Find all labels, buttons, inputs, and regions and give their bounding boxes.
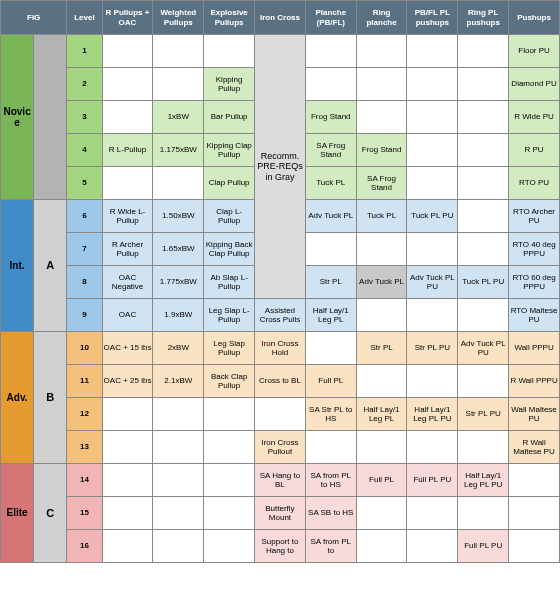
skill-cell: Adv Tuck PL	[356, 266, 407, 299]
skill-cell: Leg Slap Pullup	[204, 332, 255, 365]
skill-cell: Str PL PU	[458, 398, 509, 431]
skill-cell: Adv Tuck PL PU	[458, 332, 509, 365]
skill-cell	[153, 464, 204, 497]
header-fig: FIG	[1, 1, 67, 35]
skill-cell: OAC Negative	[102, 266, 153, 299]
skill-cell: Assisted Cross Pulls	[255, 299, 306, 332]
skill-cell: 2xBW	[153, 332, 204, 365]
skill-cell	[305, 68, 356, 101]
skill-cell	[509, 464, 560, 497]
skill-cell: Leg Slap L-Pullup	[204, 299, 255, 332]
skill-cell: Back Clap Pullup	[204, 365, 255, 398]
skill-cell: R Wide PU	[509, 101, 560, 134]
fig-label: B	[34, 332, 67, 464]
skill-cell: RTO 60 deg PPPU	[509, 266, 560, 299]
skill-cell	[204, 431, 255, 464]
level-cell: 10	[67, 332, 102, 365]
header-skill: Iron Cross	[255, 1, 306, 35]
header-skill: PB/FL PL pushups	[407, 1, 458, 35]
skill-cell: Cross to BL	[255, 365, 306, 398]
level-cell: 8	[67, 266, 102, 299]
header-skill: Ring planche	[356, 1, 407, 35]
iron-cross-prereq-note: Recomm. PRE-REQs in Gray	[255, 35, 306, 299]
skill-cell: Ab Slap L-Pullup	[204, 266, 255, 299]
skill-cell: Butterfly Mount	[255, 497, 306, 530]
skill-cell	[356, 68, 407, 101]
level-cell: 9	[67, 299, 102, 332]
level-cell: 1	[67, 35, 102, 68]
skill-cell	[102, 530, 153, 563]
fig-label: C	[34, 464, 67, 563]
skill-cell	[407, 431, 458, 464]
skill-cell: Kipping Pullup	[204, 68, 255, 101]
skill-cell	[305, 233, 356, 266]
skill-cell: SA Str PL to HS	[305, 398, 356, 431]
level-cell: 4	[67, 134, 102, 167]
level-cell: 15	[67, 497, 102, 530]
skill-cell: Full PL	[305, 365, 356, 398]
table-row: 11OAC + 25 lbs2.1xBWBack Clap PullupCros…	[1, 365, 560, 398]
skill-cell: Tuck PL PU	[407, 200, 458, 233]
skill-cell	[305, 35, 356, 68]
skill-cell	[204, 497, 255, 530]
skill-cell	[407, 68, 458, 101]
skill-cell	[356, 497, 407, 530]
level-cell: 11	[67, 365, 102, 398]
table-row: 12SA Str PL to HSHalf Lay/1 Leg PLHalf L…	[1, 398, 560, 431]
skill-cell: OAC + 15 lbs	[102, 332, 153, 365]
level-cell: 5	[67, 167, 102, 200]
skill-cell	[458, 200, 509, 233]
skill-cell: SA SB to HS	[305, 497, 356, 530]
level-cell: 16	[67, 530, 102, 563]
skill-cell	[458, 35, 509, 68]
skill-cell	[458, 68, 509, 101]
level-cell: 6	[67, 200, 102, 233]
skill-cell: Adv Tuck PL PU	[407, 266, 458, 299]
skill-cell: 1.175xBW	[153, 134, 204, 167]
skill-cell	[153, 398, 204, 431]
skill-cell: 2.1xBW	[153, 365, 204, 398]
skill-cell	[356, 431, 407, 464]
skill-cell	[458, 431, 509, 464]
skill-cell	[509, 530, 560, 563]
level-cell: 14	[67, 464, 102, 497]
tier-label: Adv.	[1, 332, 34, 464]
skill-cell: Frog Stand	[356, 134, 407, 167]
skill-cell	[102, 101, 153, 134]
skill-cell: Half Lay/1 Leg PL PU	[458, 464, 509, 497]
skill-cell: Kipping Clap Pullup	[204, 134, 255, 167]
skill-cell	[102, 497, 153, 530]
skill-cell	[102, 35, 153, 68]
header-skill: R Pullups + OAC	[102, 1, 153, 35]
skill-cell	[102, 398, 153, 431]
skill-cell: SA Frog Stand	[356, 167, 407, 200]
skill-cell: Frog Stand	[305, 101, 356, 134]
level-cell: 3	[67, 101, 102, 134]
skill-cell: RTO Archer PU	[509, 200, 560, 233]
skill-cell	[407, 365, 458, 398]
skill-cell: 1xBW	[153, 101, 204, 134]
skill-cell: Full PL	[356, 464, 407, 497]
skill-cell	[407, 497, 458, 530]
skill-cell	[102, 68, 153, 101]
skill-cell: Support to Hang to	[255, 530, 306, 563]
skill-cell: Full PL PU	[458, 530, 509, 563]
skill-cell: Str PL PU	[407, 332, 458, 365]
skill-cell: R Wall PPPU	[509, 365, 560, 398]
skill-cell: OAC + 25 lbs	[102, 365, 153, 398]
skill-cell: RTO Maltese PU	[509, 299, 560, 332]
skill-cell	[407, 233, 458, 266]
skill-cell: RTO 40 deg PPPU	[509, 233, 560, 266]
table-row: 16Support to Hang toSA from PL toFull PL…	[1, 530, 560, 563]
skill-cell	[458, 101, 509, 134]
header-skill: Planche (PB/FL)	[305, 1, 356, 35]
skill-cell	[305, 332, 356, 365]
level-cell: 13	[67, 431, 102, 464]
skill-cell: R Wall Maltese PU	[509, 431, 560, 464]
level-cell: 7	[67, 233, 102, 266]
skill-cell: Tuck PL PU	[458, 266, 509, 299]
header-skill: Weighted Pullups	[153, 1, 204, 35]
skill-cell	[153, 530, 204, 563]
skill-cell	[204, 35, 255, 68]
skill-cell: SA from PL to HS	[305, 464, 356, 497]
